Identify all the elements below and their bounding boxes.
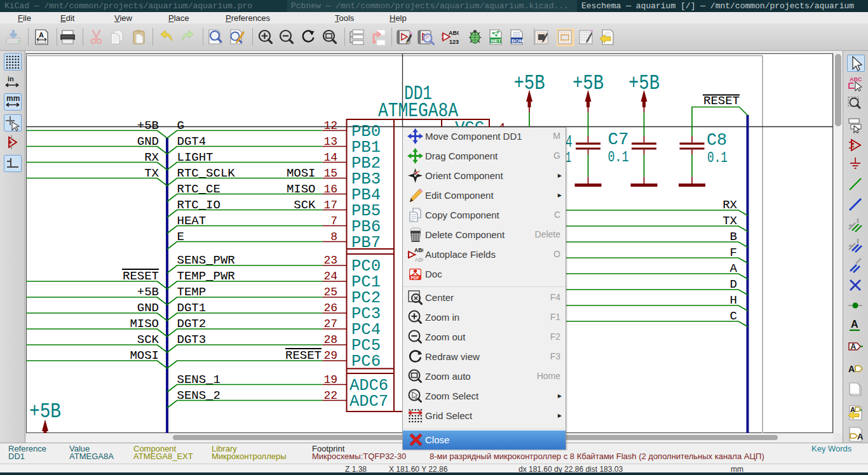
svg-text:C8: C8 [707, 131, 727, 150]
svg-text:D: D [730, 278, 737, 291]
svg-text:13: 13 [323, 135, 337, 148]
svg-text:E: E [177, 230, 184, 244]
svg-text:DGT3: DGT3 [177, 333, 207, 347]
svg-text:NET: NET [491, 38, 501, 44]
svg-text:PDF: PDF [411, 276, 419, 280]
svg-text:F: F [730, 246, 737, 260]
svg-text:RTC_CE: RTC_CE [177, 182, 220, 196]
svg-text:DGT2: DGT2 [177, 317, 207, 331]
svg-text:+5B: +5B [137, 119, 159, 133]
svg-text:1: 1 [566, 149, 571, 166]
svg-text:H: H [730, 293, 737, 307]
svg-text:LIGHT: LIGHT [177, 151, 214, 164]
svg-text:SCK: SCK [137, 333, 159, 347]
svg-text:24: 24 [323, 270, 337, 283]
svg-text:ABC: ABC [449, 30, 459, 36]
svg-text:A: A [851, 319, 858, 330]
svg-text:26: 26 [323, 302, 337, 314]
svg-text:C7: C7 [608, 130, 629, 149]
svg-text:RESET: RESET [123, 269, 159, 283]
svg-text:MISO: MISO [130, 317, 159, 331]
svg-text:+5B: +5B [137, 285, 159, 299]
svg-text:MOSI: MOSI [130, 349, 159, 363]
svg-text:C: C [730, 309, 737, 323]
svg-text:PB7: PB7 [351, 233, 381, 252]
svg-text:14: 14 [323, 151, 337, 164]
svg-text:ABC: ABC [850, 76, 862, 83]
svg-text:RX: RX [144, 151, 159, 164]
svg-text:22: 22 [323, 389, 337, 402]
svg-text:RTC_IO: RTC_IO [177, 198, 220, 212]
svg-text:TEMP_PWR: TEMP_PWR [177, 269, 235, 283]
svg-text:B: B [730, 230, 737, 244]
svg-text:GND: GND [137, 301, 159, 315]
svg-text:SENS_PWR: SENS_PWR [177, 253, 235, 267]
svg-text:MOSI: MOSI [287, 166, 316, 180]
svg-text:DGT1: DGT1 [177, 301, 207, 315]
svg-text:16: 16 [323, 183, 337, 196]
svg-text:in: in [8, 75, 14, 83]
svg-text:0.1: 0.1 [707, 149, 728, 166]
svg-text:7: 7 [330, 215, 337, 227]
svg-text:RTC_SCLK: RTC_SCLK [177, 166, 236, 180]
svg-text:29: 29 [323, 349, 337, 362]
svg-text:MISO: MISO [287, 182, 316, 196]
svg-text:SENS_2: SENS_2 [177, 389, 220, 403]
svg-text:TX: TX [144, 166, 159, 180]
svg-text:G: G [177, 119, 184, 133]
svg-text:ABC: ABC [414, 247, 423, 253]
svg-text:HEAT: HEAT [177, 214, 207, 228]
svg-text:RESET: RESET [703, 94, 740, 108]
svg-text:12: 12 [323, 119, 337, 132]
svg-text:TEMP: TEMP [177, 285, 207, 299]
svg-text:SCK: SCK [294, 198, 316, 212]
svg-text:A: A [848, 364, 855, 374]
svg-text:PC6: PC6 [351, 352, 381, 371]
svg-text:mm: mm [6, 94, 20, 103]
svg-text:25: 25 [323, 286, 337, 298]
svg-text:ATMEGA8A: ATMEGA8A [378, 99, 459, 123]
svg-text:RX: RX [722, 198, 737, 212]
svg-text:TX: TX [722, 214, 737, 228]
svg-text:DGT4: DGT4 [177, 135, 207, 149]
svg-text:17: 17 [323, 199, 337, 211]
svg-text:ABC: ABC [415, 257, 423, 262]
svg-text:A: A [857, 432, 864, 441]
svg-text:19: 19 [323, 373, 337, 386]
svg-text:RESET: RESET [285, 349, 322, 363]
svg-text:123: 123 [449, 39, 459, 45]
svg-text:23: 23 [323, 254, 337, 267]
svg-text:SENS_1: SENS_1 [177, 373, 220, 387]
svg-text:28: 28 [323, 333, 337, 346]
svg-text:GND: GND [137, 135, 159, 149]
svg-text:ADC7: ADC7 [349, 392, 388, 411]
svg-text:0.1: 0.1 [608, 149, 629, 166]
svg-text:BOM: BOM [512, 38, 524, 44]
svg-text:8: 8 [330, 231, 337, 243]
svg-text:15: 15 [323, 167, 337, 180]
svg-text:27: 27 [323, 318, 337, 330]
svg-text:A: A [39, 31, 44, 39]
svg-text:A: A [851, 342, 857, 351]
svg-text:A: A [730, 262, 738, 276]
